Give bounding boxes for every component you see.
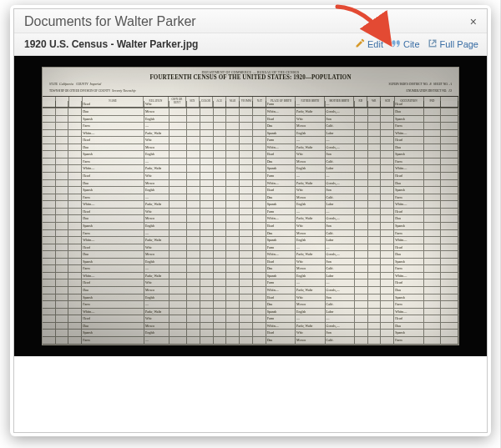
census-main-title: FOURTEENTH CENSUS OF THE UNITED STATES: … xyxy=(48,74,453,81)
census-header: DEPARTMENT OF COMMERCE — BUREAU OF THE C… xyxy=(43,68,458,96)
table-row: SpanshEnglshHeadWifeSonSpansh xyxy=(43,151,458,159)
census-district: SUPERVISOR'S DISTRICT NO. 8 SHEET NO. A xyxy=(389,81,453,88)
document-toolbar: 1920 U.S. Census - Walter Parker.jpg Edi… xyxy=(14,33,487,56)
census-meta-row: STATE California COUNTY Imperial SUPERVI… xyxy=(48,81,453,88)
document-viewer: DEPARTMENT OF COMMERCE — BUREAU OF THE C… xyxy=(14,56,487,432)
table-row: Farm—DauMexcoCalif.Farm xyxy=(43,265,458,273)
table-row: HeadWifeFarm——Head xyxy=(43,173,458,180)
table-row: DauMexcoWhitn—Parkr, WaltrGonzls,—Dau xyxy=(43,287,458,294)
census-meta-row2: TOWNSHIP OR OTHER DIVISION OF COUNTY Sev… xyxy=(48,88,453,94)
fullpage-button[interactable]: Full Page xyxy=(428,38,478,50)
census-township: TOWNSHIP OR OTHER DIVISION OF COUNTY Sev… xyxy=(49,88,136,94)
table-row: SpanshEnglshHeadWifeSonSpansh xyxy=(43,116,458,123)
table-row: HeadWifeFarm——Head xyxy=(43,244,458,252)
census-state: STATE California COUNTY Imperial xyxy=(49,81,101,88)
edit-button[interactable]: Edit xyxy=(355,38,383,50)
table-row: HeadWifeFarm——Head xyxy=(43,137,458,144)
modal-shadow-wrap: Documents for Walter Parker × 1920 U.S. … xyxy=(10,5,491,436)
external-icon xyxy=(428,38,438,50)
table-row: Farm—DauMexcoCalif.Farm xyxy=(43,194,458,202)
document-filename: 1920 U.S. Census - Walter Parker.jpg xyxy=(24,38,355,50)
table-row: HeadWifeFarm——Head xyxy=(43,101,458,108)
table-row: DauMexcoWhitn—Parkr, WaltrGonzls,—Dau xyxy=(43,144,458,152)
table-row: Farm—DauMexcoCalif.Farm xyxy=(43,337,458,345)
table-row: SpanshEnglshHeadWifeSonSpansh xyxy=(43,259,458,266)
modal-title: Documents for Walter Parker xyxy=(24,14,468,29)
table-row: Whitn—Parkr, WaltrSpanshEnglshLabrrWhitn… xyxy=(43,165,458,173)
table-row: Whitn—Parkr, WaltrSpanshEnglshLabrrWhitn… xyxy=(43,130,458,138)
fullpage-label: Full Page xyxy=(440,39,478,49)
table-row: SpanshEnglshHeadWifeSonSpansh xyxy=(43,330,458,337)
table-row: SpanshEnglshHeadWifeSonSpansh xyxy=(43,294,458,302)
table-row: DauMexcoWhitn—Parkr, WaltrGonzls,—Dau xyxy=(43,323,458,330)
table-row: DauMexcoWhitn—Parkr, WaltrGonzls,—Dau xyxy=(43,215,458,223)
table-row: DauMexcoWhitn—Parkr, WaltrGonzls,—Dau xyxy=(43,108,458,116)
census-grid: HeadWifeFarm——HeadDauMexcoWhitn—Parkr, W… xyxy=(43,101,458,344)
table-row: Whitn—Parkr, WaltrSpanshEnglshLabrrWhitn… xyxy=(43,201,458,209)
close-icon[interactable]: × xyxy=(468,14,478,29)
modal-title-bar: Documents for Walter Parker × xyxy=(14,9,487,33)
toolbar-actions: Edit Cite Full Page xyxy=(355,38,478,50)
table-row: Farm—DauMexcoCalif.Farm xyxy=(43,123,458,130)
table-row: Whitn—Parkr, WaltrSpanshEnglshLabrrWhitn… xyxy=(43,309,458,316)
table-row: Whitn—Parkr, WaltrSpanshEnglshLabrrWhitn… xyxy=(43,237,458,244)
census-enum: ENUMERATION DISTRICT NO. 13 xyxy=(407,88,453,94)
pencil-icon xyxy=(355,38,365,50)
table-row: Farm—DauMexcoCalif.Farm xyxy=(43,301,458,309)
image-frame: DEPARTMENT OF COMMERCE — BUREAU OF THE C… xyxy=(14,56,487,356)
census-sheet: DEPARTMENT OF COMMERCE — BUREAU OF THE C… xyxy=(42,67,459,345)
table-row: Whitn—Parkr, WaltrSpanshEnglshLabrrWhitn… xyxy=(43,273,458,280)
edit-label: Edit xyxy=(367,39,383,49)
quote-icon xyxy=(391,38,401,50)
table-row: HeadWifeFarm——Head xyxy=(43,279,458,287)
table-row: DauMexcoWhitn—Parkr, WaltrGonzls,—Dau xyxy=(43,180,458,188)
table-row: HeadWifeFarm——Head xyxy=(43,209,458,216)
table-row: HeadWifeFarm——Head xyxy=(43,315,458,323)
cite-label: Cite xyxy=(403,39,420,49)
cite-button[interactable]: Cite xyxy=(391,38,420,50)
table-row: DauMexcoWhitn—Parkr, WaltrGonzls,—Dau xyxy=(43,251,458,259)
table-row: SpanshEnglshHeadWifeSonSpansh xyxy=(43,187,458,194)
table-row: SpanshEnglshHeadWifeSonSpansh xyxy=(43,223,458,230)
table-row: Farm—DauMexcoCalif.Farm xyxy=(43,230,458,238)
table-row: Farm—DauMexcoCalif.Farm xyxy=(43,159,458,166)
document-modal: Documents for Walter Parker × 1920 U.S. … xyxy=(13,8,488,433)
